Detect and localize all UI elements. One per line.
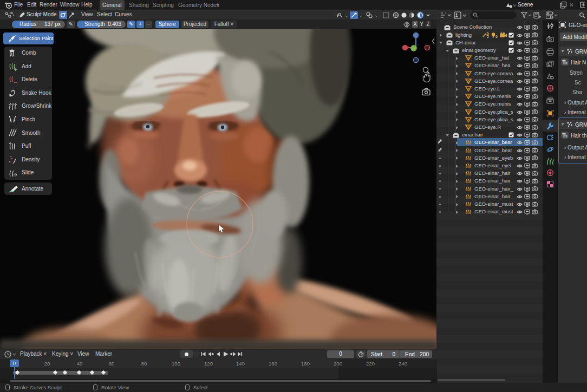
svg-text:2: 2 bbox=[487, 35, 489, 38]
svg-text:6: 6 bbox=[495, 35, 498, 38]
